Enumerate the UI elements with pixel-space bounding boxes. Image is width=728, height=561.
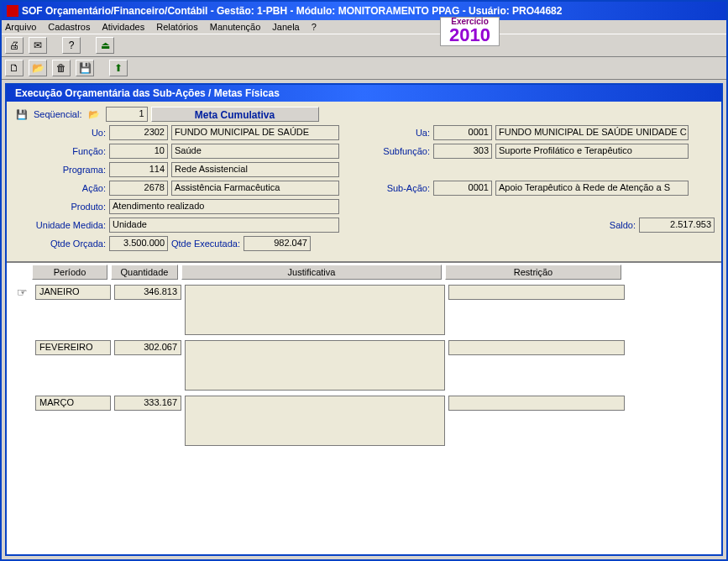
qtde-orcada-field[interactable]: 3.500.000 xyxy=(109,236,168,251)
print-icon[interactable]: 🖨 xyxy=(5,37,24,54)
col-justificativa[interactable]: Justificativa xyxy=(181,265,442,280)
grid-header: Período Quantidade Justificativa Restriç… xyxy=(32,265,716,280)
delete-icon[interactable]: 🗑 xyxy=(52,60,71,76)
qtde-orcada-label: Qtde Orçada: xyxy=(13,239,106,249)
inner-titlebar: Execução Orçamentária das Sub-Ações / Me… xyxy=(7,85,721,102)
qtde-exec-label: Qtde Executada: xyxy=(171,239,240,249)
cell-justificativa[interactable] xyxy=(185,396,445,446)
produto-label: Produto: xyxy=(13,202,106,212)
col-restricao[interactable]: Restrição xyxy=(445,265,621,280)
cell-justificativa[interactable] xyxy=(185,285,445,335)
funcao-code-field[interactable]: 10 xyxy=(109,144,168,159)
grid-area: Período Quantidade Justificativa Restriç… xyxy=(7,263,721,554)
saldo-field: 2.517.953 xyxy=(639,218,715,233)
exercicio-year: 2010 xyxy=(449,26,490,45)
cell-periodo[interactable]: JANEIRO xyxy=(35,285,111,300)
sequencial-label: Seqüencial: xyxy=(34,109,82,119)
exercicio-badge: Exercício 2010 xyxy=(440,17,500,46)
toolbar-secondary: 🗋 📂 🗑 💾 ⬆ xyxy=(2,57,726,80)
titlebar: SOF Orçamentário/Financeiro/Contábil - G… xyxy=(2,2,726,20)
menu-atividades[interactable]: Atividades xyxy=(102,22,144,32)
programa-label: Programa: xyxy=(13,165,106,175)
menu-manutencao[interactable]: Manutenção xyxy=(210,22,261,32)
exit-icon[interactable]: ⏏ xyxy=(96,37,114,54)
menubar: Arquivo Cadastros Atividades Relatórios … xyxy=(2,20,726,34)
cell-restricao[interactable] xyxy=(448,396,625,411)
uo-code-field[interactable]: 2302 xyxy=(109,125,168,140)
acao-label: Ação: xyxy=(13,183,106,193)
saldo-label: Saldo: xyxy=(610,220,636,230)
meta-cumulativa-header: Meta Cumulativa xyxy=(151,107,319,122)
cell-justificativa[interactable] xyxy=(185,340,445,391)
cell-quantidade[interactable]: 333.167 xyxy=(114,396,181,411)
help-icon[interactable]: ? xyxy=(62,37,81,54)
save-record-icon[interactable]: 💾 xyxy=(13,107,30,122)
subacao-desc-field[interactable]: Apoio Terapêutico à Rede de Atenção a S xyxy=(495,181,689,196)
up-icon[interactable]: ⬆ xyxy=(109,60,128,76)
toolbar-primary: 🖨 ✉ ? ⏏ xyxy=(2,34,726,57)
qtde-exec-field[interactable]: 982.047 xyxy=(244,236,311,251)
produto-field[interactable]: Atendimento realizado xyxy=(109,199,339,214)
form-area: 💾 Seqüencial: 📂 1 Meta Cumulativa Uo: 23… xyxy=(7,102,721,263)
subfuncao-label: Subfunção: xyxy=(380,146,430,156)
col-periodo[interactable]: Período xyxy=(32,265,107,280)
open-icon[interactable]: 📂 xyxy=(29,60,47,76)
new-icon[interactable]: 🗋 xyxy=(5,60,24,76)
funcao-label: Função: xyxy=(13,146,106,156)
cell-periodo[interactable]: FEVEREIRO xyxy=(35,340,111,355)
cell-restricao[interactable] xyxy=(448,340,625,355)
unidade-label: Unidade Medida: xyxy=(13,220,106,230)
menu-relatorios[interactable]: Relatórios xyxy=(156,22,198,32)
table-row: FEVEREIRO302.067 xyxy=(12,340,716,391)
ua-desc-field[interactable]: FUNDO MUNICIPAL DE SAÚDE UNIDADE C xyxy=(495,125,689,140)
table-row: MARÇO333.167 xyxy=(12,396,716,446)
uo-desc-field[interactable]: FUNDO MUNICIPAL DE SAÚDE xyxy=(171,125,339,140)
funcao-desc-field[interactable]: Saúde xyxy=(171,144,339,159)
table-row: ☞JANEIRO346.813 xyxy=(12,285,716,335)
programa-code-field[interactable]: 114 xyxy=(109,162,168,177)
menu-janela[interactable]: Janela xyxy=(272,22,299,32)
mail-icon[interactable]: ✉ xyxy=(29,37,47,54)
cell-quantidade[interactable]: 346.813 xyxy=(114,285,181,300)
sequencial-field[interactable]: 1 xyxy=(106,107,148,122)
cell-periodo[interactable]: MARÇO xyxy=(35,396,111,411)
menu-arquivo[interactable]: Arquivo xyxy=(5,22,36,32)
subacao-code-field[interactable]: 0001 xyxy=(433,181,492,196)
cell-quantidade[interactable]: 302.067 xyxy=(114,340,181,355)
menu-cadastros[interactable]: Cadastros xyxy=(48,22,90,32)
inner-window: Execução Orçamentária das Sub-Ações / Me… xyxy=(5,83,723,556)
col-quantidade[interactable]: Quantidade xyxy=(111,265,178,280)
workspace: Execução Orçamentária das Sub-Ações / Me… xyxy=(2,80,726,559)
subacao-label: Sub-Ação: xyxy=(380,183,430,193)
unidade-field[interactable]: Unidade xyxy=(109,218,339,233)
acao-desc-field[interactable]: Assistência Farmacêutica xyxy=(171,181,339,196)
subfuncao-code-field[interactable]: 303 xyxy=(433,144,492,159)
row-pointer-icon xyxy=(12,396,32,411)
acao-code-field[interactable]: 2678 xyxy=(109,181,168,196)
subfuncao-desc-field[interactable]: Suporte Profilático e Terapêutico xyxy=(495,144,689,159)
save-icon[interactable]: 💾 xyxy=(76,60,94,76)
ua-label: Ua: xyxy=(380,128,430,138)
inner-window-title: Execução Orçamentária das Sub-Ações / Me… xyxy=(15,87,280,99)
app-icon xyxy=(7,5,18,17)
cell-restricao[interactable] xyxy=(448,285,625,300)
main-window: SOF Orçamentário/Financeiro/Contábil - G… xyxy=(0,0,728,561)
row-pointer-icon: ☞ xyxy=(12,285,32,300)
window-title: SOF Orçamentário/Financeiro/Contábil - G… xyxy=(22,5,562,17)
programa-desc-field[interactable]: Rede Assistencial xyxy=(171,162,339,177)
ua-code-field[interactable]: 0001 xyxy=(433,125,492,140)
open-record-icon[interactable]: 📂 xyxy=(86,107,102,122)
menu-help[interactable]: ? xyxy=(312,22,317,32)
uo-label: Uo: xyxy=(13,128,106,138)
row-pointer-icon xyxy=(12,340,32,355)
